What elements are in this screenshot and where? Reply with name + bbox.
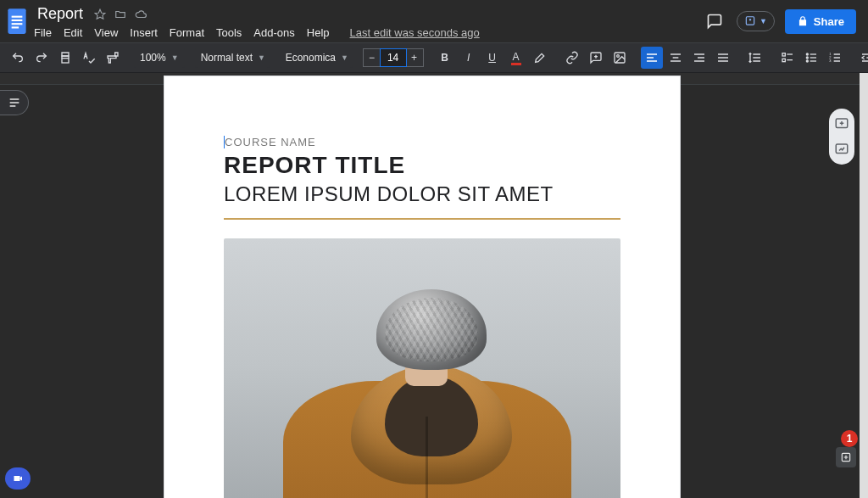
zoom-dropdown[interactable]: 100%▼ <box>134 48 185 68</box>
italic-icon[interactable]: I <box>458 47 480 69</box>
share-button[interactable]: Share <box>785 9 856 34</box>
last-edit-link[interactable]: Last edit was seconds ago <box>350 26 480 39</box>
document-title[interactable]: Report <box>34 5 86 23</box>
text-color-icon[interactable]: A <box>505 47 527 69</box>
bold-icon[interactable]: B <box>434 47 456 69</box>
side-comment-rail <box>829 109 854 165</box>
hero-image[interactable] <box>224 238 620 498</box>
menu-addons[interactable]: Add-ons <box>253 26 294 39</box>
menubar: File Edit View Insert Format Tools Add-o… <box>34 26 480 39</box>
svg-rect-3 <box>12 23 23 25</box>
svg-rect-7 <box>62 59 69 63</box>
report-title[interactable]: REPORT TITLE <box>224 152 620 179</box>
svg-marker-5 <box>95 9 105 19</box>
insert-link-icon[interactable] <box>561 47 583 69</box>
explore-button-icon[interactable] <box>836 447 856 467</box>
menu-insert[interactable]: Insert <box>130 26 158 39</box>
print-icon[interactable] <box>54 47 76 69</box>
svg-text:3: 3 <box>829 59 832 63</box>
underline-icon[interactable]: U <box>481 47 504 69</box>
align-right-icon[interactable] <box>688 47 710 69</box>
spellcheck-icon[interactable] <box>78 47 100 69</box>
docs-home-icon[interactable] <box>0 0 34 42</box>
chevron-down-icon: ▼ <box>258 53 265 62</box>
svg-rect-4 <box>12 26 19 28</box>
chevron-down-icon: ▼ <box>760 17 767 25</box>
report-subtitle[interactable]: LOREM IPSUM DOLOR SIT AMET <box>224 182 620 206</box>
bulleted-list-icon[interactable] <box>800 47 822 69</box>
svg-rect-11 <box>782 59 785 61</box>
decrease-indent-icon[interactable] <box>856 47 868 69</box>
menu-format[interactable]: Format <box>170 26 204 39</box>
page[interactable]: COURSE NAME REPORT TITLE LOREM IPSUM DOL… <box>164 76 680 498</box>
paint-format-icon[interactable] <box>102 47 124 69</box>
suggest-edits-icon[interactable] <box>832 139 852 159</box>
present-dropdown[interactable]: ▼ <box>737 11 775 31</box>
font-size-input[interactable] <box>381 49 406 66</box>
move-icon[interactable] <box>114 8 127 21</box>
menu-edit[interactable]: Edit <box>64 26 82 39</box>
font-size-increase[interactable]: + <box>406 52 423 64</box>
align-justify-icon[interactable] <box>712 47 734 69</box>
svg-point-9 <box>616 55 619 58</box>
paragraph-style-dropdown[interactable]: Normal text▼ <box>195 48 270 68</box>
checklist-icon[interactable] <box>776 47 798 69</box>
vertical-scrollbar[interactable] <box>860 73 868 498</box>
svg-point-13 <box>806 57 808 59</box>
document-outline-toggle[interactable] <box>0 90 29 115</box>
add-comment-icon[interactable] <box>832 114 852 134</box>
svg-point-14 <box>806 60 808 62</box>
svg-rect-2 <box>12 20 23 21</box>
menu-tools[interactable]: Tools <box>216 26 242 39</box>
font-size-decrease[interactable]: − <box>364 52 381 64</box>
toolbar: 100%▼ Normal text▼ Economica▼ − + B I U … <box>0 42 868 73</box>
undo-icon[interactable] <box>7 47 29 69</box>
align-left-icon[interactable] <box>641 47 663 69</box>
style-value: Normal text <box>201 52 253 64</box>
align-center-icon[interactable] <box>665 47 687 69</box>
menu-help[interactable]: Help <box>307 26 330 39</box>
titlebar: Report File Edit View Insert Format Tool… <box>0 0 868 42</box>
highlight-color-icon[interactable] <box>529 47 551 69</box>
menu-view[interactable]: View <box>94 26 118 39</box>
comment-history-icon[interactable] <box>703 9 726 33</box>
chevron-down-icon: ▼ <box>171 53 179 62</box>
redo-icon[interactable] <box>31 47 53 69</box>
numbered-list-icon[interactable]: 123 <box>824 47 846 69</box>
svg-point-12 <box>806 53 808 55</box>
svg-rect-1 <box>12 16 23 18</box>
title-center: Report File Edit View Insert Format Tool… <box>34 0 480 39</box>
workspace: COURSE NAME REPORT TITLE LOREM IPSUM DOL… <box>0 73 868 498</box>
meet-call-icon[interactable] <box>5 467 31 490</box>
menu-file[interactable]: File <box>34 26 52 39</box>
course-name[interactable]: COURSE NAME <box>224 136 620 148</box>
font-family-dropdown[interactable]: Economica▼ <box>280 48 353 68</box>
star-icon[interactable] <box>93 8 107 21</box>
title-right: ▼ Share <box>703 0 868 42</box>
insert-comment-icon[interactable] <box>585 47 607 69</box>
cloud-status-icon[interactable] <box>134 8 147 21</box>
font-value: Economica <box>286 52 336 64</box>
share-label: Share <box>814 15 844 28</box>
zoom-value: 100% <box>140 52 166 64</box>
svg-rect-10 <box>782 53 785 56</box>
chevron-down-icon: ▼ <box>341 53 348 62</box>
font-size-group: − + <box>363 48 424 67</box>
insert-image-icon[interactable] <box>609 47 631 69</box>
notification-badge[interactable]: 1 <box>841 430 858 447</box>
title-divider <box>224 218 620 220</box>
line-spacing-icon[interactable] <box>744 47 766 69</box>
